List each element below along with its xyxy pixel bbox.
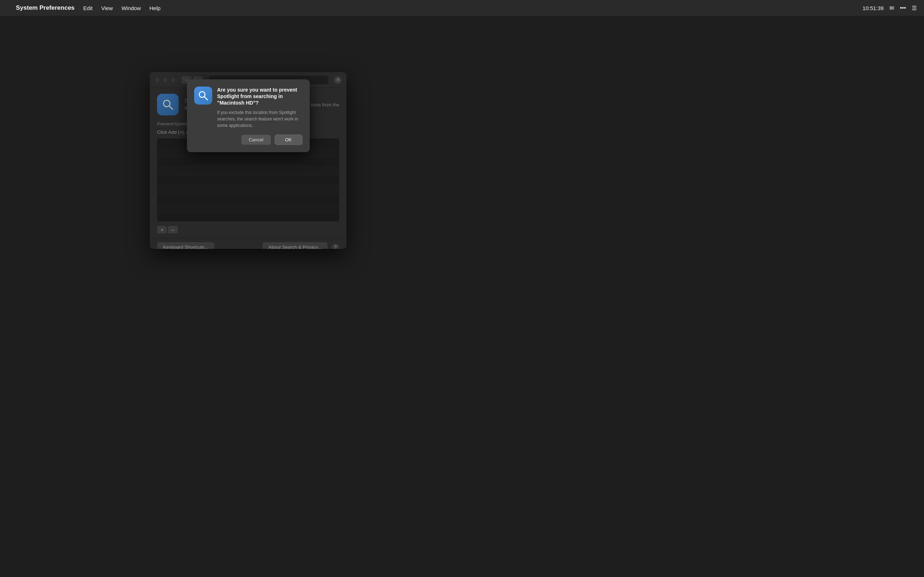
menubar: System Preferences Edit View Window Help… — [0, 0, 924, 16]
menu-edit[interactable]: Edit — [83, 5, 93, 11]
notification-icon[interactable]: ✉ — [889, 5, 894, 11]
dialog-overlay: Are you sure you want to prevent Spotlig… — [150, 72, 347, 249]
dialog-sheet: Are you sure you want to prevent Spotlig… — [187, 79, 310, 152]
app-name[interactable]: System Preferences — [16, 4, 75, 11]
dialog-buttons: Cancel OK — [194, 134, 302, 145]
menubar-left: System Preferences Edit View Window Help — [7, 4, 161, 11]
dialog-icon — [194, 87, 212, 105]
menu-help[interactable]: Help — [149, 5, 161, 11]
menubar-right: 10:51:39 ✉ ••• ☰ — [863, 5, 917, 11]
dialog-ok-button[interactable]: OK — [275, 134, 302, 145]
list-icon[interactable]: ☰ — [912, 5, 917, 11]
dialog-content: Are you sure you want to prevent Spotlig… — [194, 87, 302, 129]
dialog-title: Are you sure you want to prevent Spotlig… — [217, 87, 302, 106]
clock: 10:51:39 — [863, 5, 884, 11]
menu-view[interactable]: View — [101, 5, 113, 11]
dialog-cancel-button[interactable]: Cancel — [241, 134, 271, 145]
svg-line-3 — [204, 97, 208, 100]
dialog-text: Are you sure you want to prevent Spotlig… — [217, 87, 302, 129]
dialog-body: If you exclude this location from Spotli… — [217, 109, 302, 129]
menu-window[interactable]: Window — [122, 5, 141, 11]
dots-icon[interactable]: ••• — [900, 5, 906, 11]
main-window: ‹ › ✕ Spotli... Intern... tions from the… — [150, 72, 347, 249]
